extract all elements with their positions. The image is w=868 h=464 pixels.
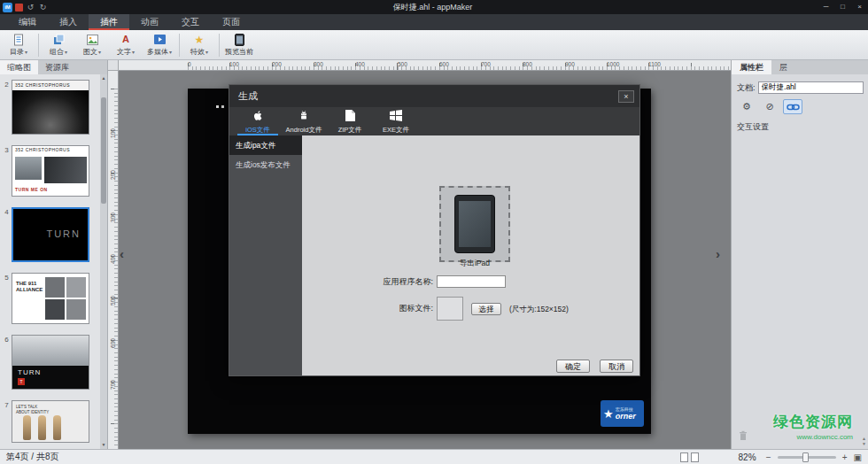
app-name-label: 应用程序名称: <box>302 276 437 288</box>
watermark-url: www.downcc.com <box>773 433 853 441</box>
page-number: 3 <box>2 145 12 197</box>
document-icon <box>15 4 23 12</box>
thumbnail-list: 2 352 CHRISTOPHORUS 3 352 CHRISTOPHORUS … <box>0 74 100 449</box>
next-page-arrow[interactable]: › <box>716 247 720 260</box>
app-name-input[interactable] <box>437 275 506 288</box>
page-thumbnail[interactable]: THE 911ALLIANCE <box>12 273 89 324</box>
thumbnail-row-4-selected: 4 TURN <box>2 207 100 262</box>
catalog-button[interactable]: 目录▾ <box>2 31 35 59</box>
interaction-settings-label: 交互设置 <box>737 121 868 133</box>
zoom-in-button[interactable]: + <box>840 452 850 462</box>
gear-icon[interactable]: ⚙ <box>737 99 756 114</box>
link-icon[interactable] <box>783 99 802 114</box>
icon-file-label: 图标文件: <box>302 297 437 321</box>
redo-icon[interactable]: ↻ <box>38 3 48 12</box>
tab-android-file[interactable]: Android文件 <box>281 107 327 135</box>
nav-generate-ipa[interactable]: 生成ipa文件 <box>229 135 302 155</box>
app-name-row: 应用程序名称: <box>302 275 639 288</box>
text-button[interactable]: A 文字▾ <box>109 31 143 59</box>
ok-button[interactable]: 确定 <box>556 360 590 373</box>
previous-page-arrow[interactable]: ‹ <box>120 247 124 260</box>
document-name-input[interactable] <box>758 81 864 94</box>
minimize-button[interactable]: ─ <box>818 0 834 14</box>
text-icon: A <box>122 33 129 46</box>
page-thumbnail[interactable]: LET'S TALKABOUT IDENTITY <box>12 400 89 443</box>
maximize-button[interactable]: □ <box>834 0 851 14</box>
page-thumbnail[interactable]: TURN T <box>12 335 89 390</box>
apple-icon <box>252 109 264 125</box>
window-controls: ─ □ × <box>818 0 868 14</box>
spread-view-icon[interactable] <box>691 452 699 462</box>
star-icon: ★ <box>603 408 614 420</box>
scrollbar-thumb[interactable] <box>101 97 106 204</box>
thumbnail-row-2: 2 352 CHRISTOPHORUS <box>2 80 100 135</box>
image-text-button[interactable]: 图文▾ <box>75 31 109 59</box>
tab-layers[interactable]: 层 <box>771 60 795 74</box>
tablet-icon <box>235 33 244 46</box>
thumbnail-scrollbar[interactable]: ▲ ▼ <box>100 74 107 449</box>
scroll-down-icon: ▼ <box>862 442 866 446</box>
generate-dialog: 生成 × iOS文件 Android文件 ZIP文件 EXE文件 生成ipa文件… <box>229 84 640 376</box>
icon-size-hint: (尺寸为:152×152) <box>509 297 569 321</box>
dialog-tab-bar: iOS文件 Android文件 ZIP文件 EXE文件 <box>229 107 639 135</box>
zoom-slider[interactable] <box>778 456 836 459</box>
photo-placeholder <box>15 157 42 180</box>
scroll-down-icon[interactable]: ▼ <box>100 441 107 449</box>
fit-page-icon[interactable]: ▣ <box>854 452 862 462</box>
catalog-icon <box>13 33 24 46</box>
page-thumbnail[interactable]: 352 CHRISTOPHORUS <box>12 80 89 135</box>
dialog-close-button[interactable]: × <box>618 90 634 103</box>
undo-icon[interactable]: ↺ <box>26 3 35 12</box>
prohibit-icon[interactable]: ⊘ <box>760 99 779 114</box>
page-number: 4 <box>2 207 12 262</box>
page-thumbnail-selected[interactable]: TURN <box>12 207 89 262</box>
status-bar: 第4页 / 共8页 82% − + ▣ <box>0 449 868 464</box>
tab-ios-file[interactable]: iOS文件 <box>235 107 281 135</box>
nav-generate-ios-release[interactable]: 生成ios发布文件 <box>229 155 302 174</box>
page-number: 5 <box>2 273 12 324</box>
page-thumbnail[interactable]: 352 CHRISTOPHORUS TURN ME ON <box>12 145 89 197</box>
ribbon-tab-bar: 编辑 插入 插件 动画 交互 页面 <box>0 14 868 30</box>
tab-exe-file[interactable]: EXE文件 <box>373 107 419 135</box>
tab-resource-library[interactable]: 资源库 <box>38 60 76 74</box>
icon-file-row: 图标文件: 选择 (尺寸为:152×152) <box>302 297 639 321</box>
title-bar: iM ↺ ↻ 保时捷.ahl - appMaker ─ □ × <box>0 0 868 14</box>
left-panel: 缩略图 资源库 2 352 CHRISTOPHORUS 3 352 CHRIST… <box>0 60 108 449</box>
zoom-out-button[interactable]: − <box>763 452 774 462</box>
zoom-level: 82% <box>739 452 756 462</box>
page-bullet-decoration <box>216 105 224 108</box>
panel-scroll-arrows[interactable]: ▲▼ <box>862 437 866 446</box>
tab-insert[interactable]: 插入 <box>48 14 89 30</box>
scroll-up-icon[interactable]: ▲ <box>100 74 107 82</box>
group-icon <box>53 33 65 46</box>
effects-button[interactable]: ★ 特效▾ <box>182 31 216 59</box>
single-page-view-icon[interactable] <box>680 452 688 462</box>
zoom-slider-thumb[interactable] <box>802 452 809 462</box>
tab-properties[interactable]: 属性栏 <box>732 60 771 74</box>
zip-file-icon <box>345 109 355 125</box>
multimedia-button[interactable]: 多媒体▾ <box>143 31 176 59</box>
chevron-down-icon: ▾ <box>98 49 101 55</box>
tab-page[interactable]: 页面 <box>211 14 252 30</box>
chevron-down-icon: ▾ <box>65 49 67 55</box>
thumbnail-row-5: 5 THE 911ALLIANCE <box>2 273 100 324</box>
tab-thumbnails[interactable]: 缩略图 <box>0 60 38 74</box>
tab-interaction[interactable]: 交互 <box>170 14 211 30</box>
close-button[interactable]: × <box>851 0 868 14</box>
tab-plugin[interactable]: 插件 <box>89 14 129 30</box>
document-row: 文档: <box>737 81 864 94</box>
cancel-button[interactable]: 取消 <box>600 360 633 373</box>
dialog-side-nav: 生成ipa文件 生成ios发布文件 <box>229 135 302 375</box>
tab-animation[interactable]: 动画 <box>129 14 170 30</box>
preview-current-button[interactable]: 预览当前 <box>222 31 256 59</box>
group-button[interactable]: 组合▾ <box>42 31 75 59</box>
left-panel-tabs: 缩略图 资源库 <box>0 60 107 74</box>
vertical-ruler: 100 200 300 400 500 600 700 <box>108 71 119 449</box>
tab-zip-file[interactable]: ZIP文件 <box>327 107 373 135</box>
dialog-title: 生成 <box>229 89 618 103</box>
tab-edit[interactable]: 编辑 <box>7 14 48 30</box>
choose-file-button[interactable]: 选择 <box>471 303 501 315</box>
trash-icon[interactable] <box>739 429 748 445</box>
picture-icon <box>87 33 98 46</box>
ipad-icon <box>454 195 495 253</box>
